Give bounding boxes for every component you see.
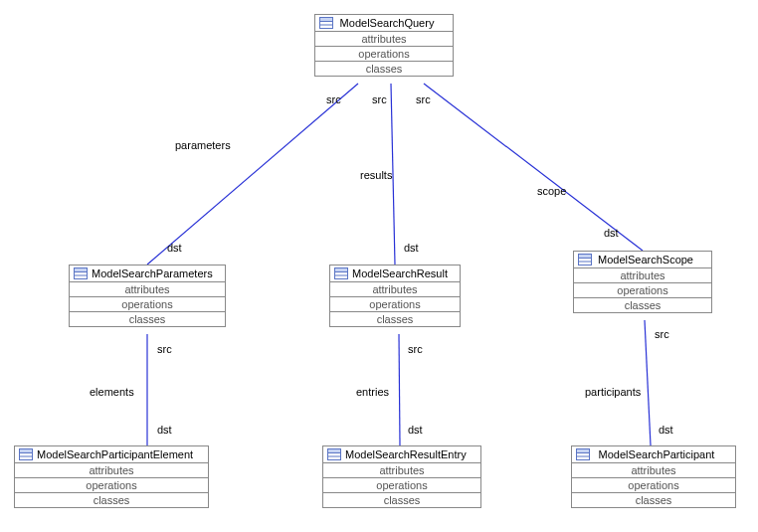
uml-class-name: ModelSearchScope — [596, 254, 707, 266]
svg-line-2 — [424, 84, 643, 251]
uml-class-name: ModelSearchResult — [352, 267, 460, 279]
edge-dst-label: dst — [157, 424, 172, 436]
edge-name-label: entries — [356, 386, 389, 398]
class-icon — [74, 267, 88, 279]
uml-attributes: attributes — [574, 268, 711, 283]
class-icon — [578, 254, 592, 266]
uml-class-name: ModelSearchParticipant — [594, 448, 731, 460]
uml-classes: classes — [330, 312, 460, 326]
svg-line-4 — [399, 334, 400, 445]
uml-class-parameters[interactable]: ModelSearchParameters attributes operati… — [69, 265, 226, 327]
uml-class-header: ModelSearchParticipant — [572, 446, 735, 463]
uml-class-scope[interactable]: ModelSearchScope attributes operations c… — [573, 251, 712, 313]
uml-classes: classes — [15, 493, 208, 507]
uml-class-header: ModelSearchParameters — [70, 266, 225, 282]
uml-attributes: attributes — [315, 32, 453, 47]
edge-src-label: src — [372, 93, 387, 105]
uml-classes: classes — [572, 493, 735, 507]
uml-class-name: ModelSearchParameters — [92, 267, 225, 279]
uml-class-header: ModelSearchScope — [574, 252, 711, 268]
uml-operations: operations — [315, 47, 453, 62]
uml-operations: operations — [330, 297, 460, 312]
class-icon — [576, 448, 590, 460]
edge-src-label: src — [157, 343, 172, 355]
uml-operations: operations — [574, 283, 711, 298]
edge-name-label: elements — [90, 386, 134, 398]
uml-class-header: ModelSearchParticipantElement — [15, 446, 208, 463]
uml-classes: classes — [323, 493, 480, 507]
uml-attributes: attributes — [572, 463, 735, 478]
svg-line-0 — [147, 84, 358, 265]
edge-name-label: participants — [585, 386, 641, 398]
edge-dst-label: dst — [404, 242, 419, 254]
class-icon — [327, 448, 341, 460]
edge-dst-label: dst — [659, 424, 673, 436]
uml-class-header: ModelSearchResult — [330, 266, 460, 282]
uml-operations: operations — [323, 478, 480, 493]
edge-name-label: results — [360, 169, 392, 181]
uml-attributes: attributes — [330, 282, 460, 297]
edge-src-label: src — [416, 93, 431, 105]
uml-attributes: attributes — [70, 282, 225, 297]
svg-rect-25 — [577, 449, 590, 453]
edge-dst-label: dst — [167, 242, 182, 254]
edge-dst-label: dst — [604, 227, 619, 239]
uml-attributes: attributes — [15, 463, 208, 478]
uml-class-header: ModelSearchQuery — [315, 15, 453, 32]
uml-class-participant-element[interactable]: ModelSearchParticipantElement attributes… — [14, 445, 209, 508]
edge-src-label: src — [408, 343, 423, 355]
uml-class-participant[interactable]: ModelSearchParticipant attributes operat… — [571, 445, 736, 508]
svg-rect-10 — [75, 268, 88, 272]
uml-class-query[interactable]: ModelSearchQuery attributes operations c… — [314, 14, 454, 77]
svg-rect-19 — [20, 449, 33, 453]
edge-src-label: src — [655, 328, 669, 340]
uml-classes: classes — [315, 62, 453, 76]
class-icon — [19, 448, 33, 460]
uml-class-header: ModelSearchResultEntry — [323, 446, 480, 463]
svg-rect-7 — [320, 18, 333, 22]
uml-operations: operations — [572, 478, 735, 493]
class-icon — [334, 267, 348, 279]
svg-rect-16 — [579, 255, 592, 259]
uml-operations: operations — [70, 297, 225, 312]
uml-attributes: attributes — [323, 463, 480, 478]
uml-class-name: ModelSearchQuery — [337, 17, 449, 29]
uml-classes: classes — [574, 298, 711, 312]
edge-dst-label: dst — [408, 424, 423, 436]
svg-line-5 — [645, 320, 651, 445]
uml-class-result[interactable]: ModelSearchResult attributes operations … — [329, 265, 461, 327]
edge-name-label: scope — [537, 185, 566, 197]
class-icon — [319, 17, 333, 29]
uml-class-name: ModelSearchResultEntry — [345, 448, 478, 460]
uml-class-name: ModelSearchParticipantElement — [37, 448, 205, 460]
uml-operations: operations — [15, 478, 208, 493]
uml-classes: classes — [70, 312, 225, 326]
edge-src-label: src — [326, 93, 341, 105]
edge-name-label: parameters — [175, 139, 231, 151]
svg-rect-22 — [328, 449, 341, 453]
svg-rect-13 — [335, 268, 348, 272]
uml-class-result-entry[interactable]: ModelSearchResultEntry attributes operat… — [322, 445, 481, 508]
